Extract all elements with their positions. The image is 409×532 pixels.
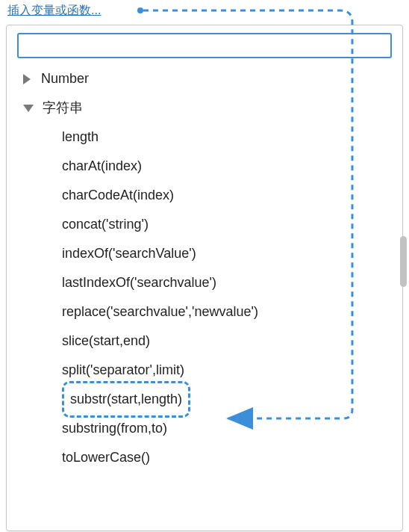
insert-variable-or-function-link[interactable]: 插入变量或函数... xyxy=(7,4,101,16)
insert-link-row: 插入变量或函数... xyxy=(0,0,409,20)
tree-item-length[interactable]: length xyxy=(17,123,392,152)
tree-item-substring[interactable]: substring(from,to) xyxy=(17,414,392,443)
dropdown-panel: Number 字符串 length charAt(index) charCode… xyxy=(6,25,403,531)
scrollbar-track[interactable] xyxy=(396,25,407,531)
tree-item-label: toLowerCase() xyxy=(62,443,150,472)
tree-item-label: indexOf('searchValue') xyxy=(62,239,196,268)
tree-group-number[interactable]: Number xyxy=(17,64,392,93)
highlight-box: substr(start,length) xyxy=(62,381,190,418)
tree-item-label: slice(start,end) xyxy=(62,327,150,356)
tree-item-label: concat('string') xyxy=(62,210,149,239)
function-tree: Number 字符串 length charAt(index) charCode… xyxy=(7,64,402,520)
tree-item-concat[interactable]: concat('string') xyxy=(17,210,392,239)
tree-item-label: lastIndexOf('searchvalue') xyxy=(62,268,216,297)
tree-item-label: substr(start,length) xyxy=(70,392,182,406)
tree-item-label: substring(from,to) xyxy=(62,414,167,443)
tree-item-label: replace('searchvalue','newvalue') xyxy=(62,297,258,327)
tree-item-label: charAt(index) xyxy=(62,152,142,181)
tree-group-label: 字符串 xyxy=(43,93,83,123)
tree-item-tolowercase[interactable]: toLowerCase() xyxy=(17,443,392,472)
search-input[interactable] xyxy=(17,33,392,58)
chevron-right-icon xyxy=(23,74,31,84)
tree-group-string[interactable]: 字符串 xyxy=(17,93,392,123)
tree-item-replace[interactable]: replace('searchvalue','newvalue') xyxy=(17,297,392,327)
tree-group-label: Number xyxy=(41,64,89,93)
tree-item-charcodeat[interactable]: charCodeAt(index) xyxy=(17,181,392,210)
tree-item-substr[interactable]: substr(start,length) xyxy=(17,385,392,414)
tree-item-label: charCodeAt(index) xyxy=(62,181,174,210)
chevron-down-icon xyxy=(23,105,34,112)
tree-item-indexof[interactable]: indexOf('searchValue') xyxy=(17,239,392,268)
tree-item-charat[interactable]: charAt(index) xyxy=(17,152,392,181)
tree-item-label: length xyxy=(62,123,99,152)
tree-item-lastindexof[interactable]: lastIndexOf('searchvalue') xyxy=(17,268,392,297)
scrollbar-thumb[interactable] xyxy=(400,236,407,287)
search-wrap xyxy=(7,25,402,64)
tree-item-slice[interactable]: slice(start,end) xyxy=(17,327,392,356)
